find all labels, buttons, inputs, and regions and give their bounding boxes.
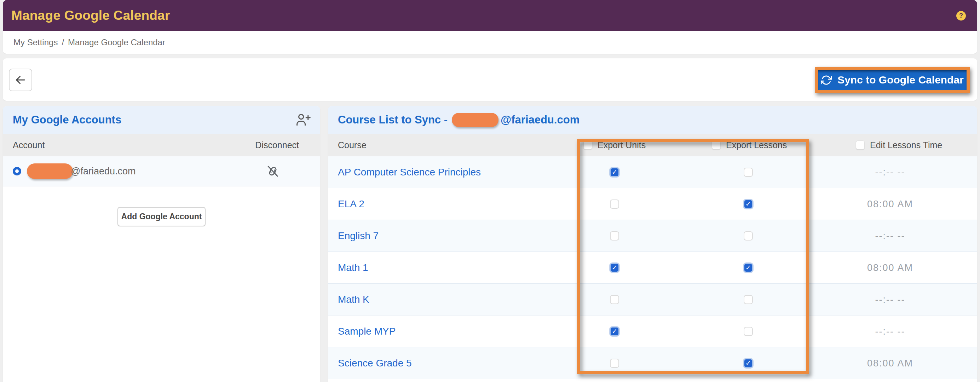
email-redaction-blob [27,163,73,179]
export-units-checkbox[interactable] [610,168,619,177]
course-link[interactable]: Sample MYP [338,326,396,337]
breadcrumb: My Settings / Manage Google Calendar [3,31,977,54]
course-column-header: Course [338,140,366,150]
page-title: Manage Google Calendar [11,8,170,23]
email-redaction-blob [452,113,498,127]
back-arrow-icon [14,74,27,86]
table-row: Science Grade 5 08:00 AM [328,347,977,379]
export-units-checkbox[interactable] [610,231,619,240]
course-link[interactable]: ELA 2 [338,199,364,210]
export-lessons-checkbox[interactable] [744,231,753,240]
edit-lessons-time-header-checkbox[interactable] [856,141,865,150]
breadcrumb-separator: / [62,38,64,48]
table-row: Math K --:-- -- [328,284,977,315]
courses-title-email: @fariaedu.com [501,113,579,126]
course-link[interactable]: AP Computer Science Principles [338,167,481,178]
add-person-icon[interactable] [296,112,311,128]
export-lessons-checkbox[interactable] [744,199,753,209]
export-lessons-label: Export Lessons [726,140,787,150]
accounts-table-header: Account Disconnect [3,134,320,156]
export-units-checkbox[interactable] [610,327,619,336]
table-row: English 7 --:-- -- [328,220,977,252]
courses-panel-title: Course List to Sync - @fariaedu.com [338,113,579,127]
courses-table-body: AP Computer Science Principles --:-- -- … [328,156,977,379]
edit-lessons-time-label: Edit Lessons Time [870,140,942,150]
lessons-time-value[interactable]: --:-- -- [856,230,924,241]
table-row: AP Computer Science Principles --:-- -- [328,156,977,188]
lessons-time-value[interactable]: --:-- -- [856,294,924,305]
lessons-time-value[interactable]: 08:00 AM [856,262,924,273]
export-units-checkbox[interactable] [610,199,619,209]
account-column-header: Account [13,140,45,150]
export-units-checkbox[interactable] [610,295,619,304]
account-radio[interactable] [13,167,21,175]
course-link[interactable]: Math K [338,294,369,305]
manage-google-calendar-page: Manage Google Calendar ? My Settings / M… [0,0,980,382]
export-lessons-checkbox[interactable] [744,168,753,177]
edit-lessons-time-column-header: Edit Lessons Time [856,140,942,150]
sync-icon [821,75,832,86]
back-button[interactable] [9,68,32,91]
account-row: @fariaedu.com [3,156,320,186]
unlink-icon [265,163,280,179]
course-list-panel: Course List to Sync - @fariaedu.com Cour… [328,106,977,382]
lessons-time-value[interactable]: --:-- -- [856,167,924,178]
accounts-panel-title: My Google Accounts [13,113,121,126]
course-link[interactable]: English 7 [338,230,379,242]
help-icon[interactable]: ? [956,11,966,21]
export-lessons-checkbox[interactable] [744,359,753,368]
export-units-checkbox[interactable] [610,359,619,368]
export-lessons-checkbox[interactable] [744,327,753,336]
export-lessons-checkbox[interactable] [744,263,753,272]
export-units-column-header: Export Units [584,140,646,150]
table-row: ELA 2 08:00 AM [328,188,977,220]
lessons-time-value[interactable]: 08:00 AM [856,358,924,369]
export-units-label: Export Units [598,140,646,150]
lessons-time-value[interactable]: 08:00 AM [856,199,924,209]
lessons-time-value[interactable]: --:-- -- [856,326,924,337]
sync-button-label: Sync to Google Calendar [837,74,964,86]
add-google-account-button[interactable]: Add Google Account [118,207,205,226]
account-email: @fariaedu.com [71,166,136,177]
header-card: Manage Google Calendar ? My Settings / M… [3,0,977,54]
sync-to-google-calendar-button[interactable]: Sync to Google Calendar [818,70,967,90]
disconnect-column-header: Disconnect [255,140,299,150]
breadcrumb-my-settings[interactable]: My Settings [13,38,58,48]
export-lessons-header-checkbox[interactable] [712,141,721,150]
accounts-panel-header: My Google Accounts [3,106,320,134]
export-units-checkbox[interactable] [610,263,619,272]
courses-title-prefix: Course List to Sync - [338,113,447,126]
courses-table-header: Course Export Units Export Lessons Edit … [328,134,977,156]
export-lessons-column-header: Export Lessons [712,140,787,150]
my-google-accounts-panel: My Google Accounts Account Disconnect @f… [3,106,320,382]
table-row: Sample MYP --:-- -- [328,315,977,347]
export-lessons-checkbox[interactable] [744,295,753,304]
course-link[interactable]: Math 1 [338,262,368,274]
course-link[interactable]: Science Grade 5 [338,358,412,369]
disconnect-button[interactable] [265,163,280,179]
page-banner: Manage Google Calendar ? [3,0,977,31]
courses-panel-header: Course List to Sync - @fariaedu.com [328,106,977,134]
breadcrumb-current: Manage Google Calendar [68,38,165,48]
export-units-header-checkbox[interactable] [584,141,592,150]
sync-button-annotation: Sync to Google Calendar [815,67,970,93]
table-row: Math 1 08:00 AM [328,252,977,284]
